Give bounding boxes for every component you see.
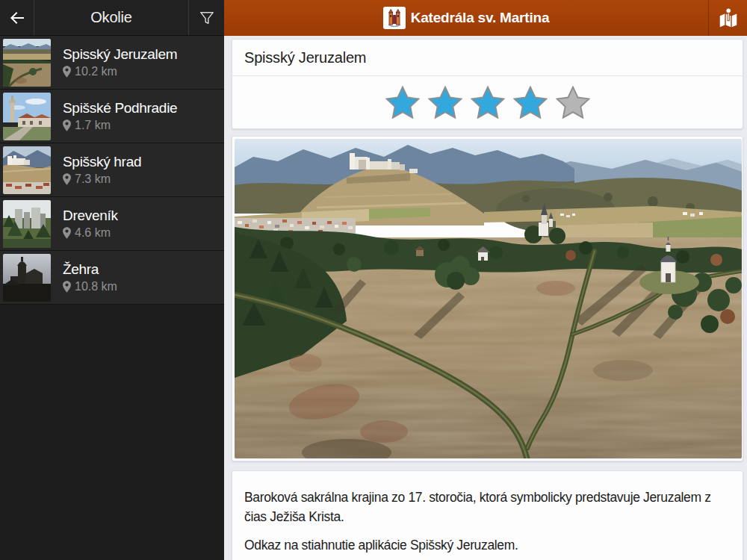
map-with-pin-icon [717, 7, 740, 29]
rating-stars [232, 76, 743, 128]
place-list[interactable]: Spisský Jeruzalem 10.2 km [0, 36, 224, 305]
filter-funnel-icon [199, 10, 215, 26]
aerial-photo-spis-landscape [235, 139, 742, 458]
sidebar-item-spisske-podhradie[interactable]: Spišské Podhradie 1.7 km [0, 90, 224, 143]
star-icon [513, 86, 548, 119]
star-icon [385, 86, 420, 119]
sidebar: Okolie [0, 0, 224, 560]
place-title: Žehra [63, 261, 117, 278]
sidebar-item-spissky-hrad[interactable]: Spišský hrad 7.3 km [0, 143, 224, 197]
place-distance: 10.8 km [75, 280, 117, 293]
description-paragraph: Odkaz na stiahnutie aplikácie Spišský Je… [244, 535, 731, 555]
place-distance: 10.2 km [75, 65, 117, 78]
cathedral-logo [383, 7, 406, 29]
map-pin-icon [63, 281, 71, 293]
map-pin-icon [63, 227, 71, 239]
app-title: Katedrála sv. Martina [411, 10, 550, 26]
aerial-meadow-thumbnail [3, 39, 51, 87]
filter-button[interactable] [188, 0, 224, 35]
sidebar-header: Okolie [0, 0, 224, 36]
back-button[interactable] [0, 0, 34, 35]
map-pin-icon [63, 66, 71, 78]
description-paragraph: Baroková sakrálna krajina zo 17. storoči… [244, 488, 731, 526]
description-card: Baroková sakrálna krajina zo 17. storoči… [232, 470, 743, 560]
sidebar-item-spissky-jeruzalem[interactable]: Spisský Jeruzalem 10.2 km [0, 36, 224, 90]
star-icon [556, 86, 590, 119]
detail-title: Spisský Jeruzalem [232, 40, 743, 76]
place-distance: 1.7 km [75, 119, 111, 132]
main-panel: Katedrála sv. Martina Spisský Jeruzalem [224, 0, 747, 560]
map-button[interactable] [708, 0, 747, 36]
rock-cliffs-thumbnail [3, 200, 51, 248]
place-distance: 4.6 km [75, 226, 111, 240]
church-silhouette-thumbnail [3, 254, 51, 302]
star-icon [471, 86, 505, 119]
place-title: Spišský hrad [63, 154, 141, 170]
detail-card: Spisský Jeruzalem [232, 39, 743, 129]
castle-hill-thumbnail [3, 146, 51, 194]
sidebar-item-drevenik[interactable]: Dreveník 4.6 km [0, 197, 224, 251]
sidebar-item-zehra[interactable]: Žehra 10.8 km [0, 251, 224, 305]
town-square-thumbnail [3, 93, 51, 140]
arrow-left-icon [8, 9, 26, 27]
place-title: Spisský Jeruzalem [63, 46, 177, 63]
place-title: Spišské Podhradie [63, 100, 177, 116]
map-pin-icon [63, 173, 71, 185]
sidebar-title: Okolie [34, 0, 188, 35]
app-bar: Katedrála sv. Martina [224, 0, 747, 36]
map-pin-icon [63, 119, 71, 131]
photo-card [232, 136, 743, 461]
place-distance: 7.3 km [75, 172, 111, 186]
star-icon [428, 86, 462, 119]
place-title: Dreveník [63, 208, 118, 224]
